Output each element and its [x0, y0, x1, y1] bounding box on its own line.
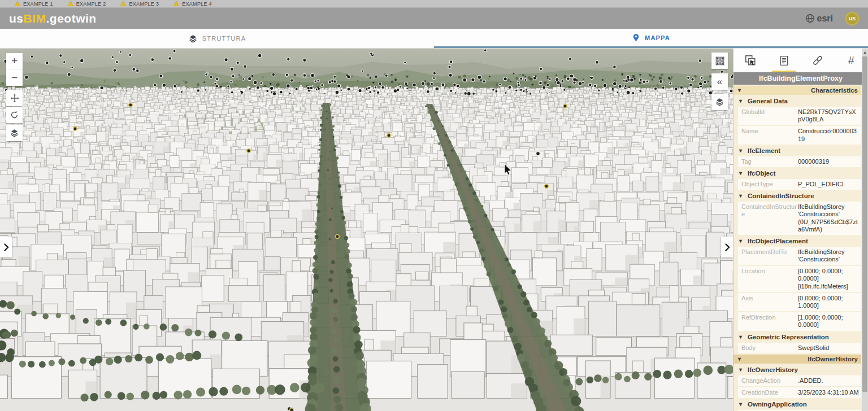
app-window: EXAMPLE 1EXAMPLE 2EXAMPLE 3EXAMPLE 4 usB…: [0, 0, 868, 411]
property-row: ContainedInStructureIfcBuildingStorey 'C…: [738, 202, 861, 235]
tab-mappa-label: MAPPA: [645, 34, 670, 41]
select-icon: [744, 54, 757, 67]
link-tool-button[interactable]: [801, 49, 835, 72]
browser-tab-label: EXAMPLE 3: [129, 1, 159, 7]
pan-icon: [10, 93, 20, 103]
property-row: ObjectTypeP_POL_EDIFICI: [738, 179, 861, 190]
section-band[interactable]: ▾IfcOwnerHistory: [734, 355, 861, 364]
map-3d-scene[interactable]: [0, 49, 733, 411]
browser-tab[interactable]: EXAMPLE 4: [173, 1, 212, 7]
layers-button-left[interactable]: [6, 125, 23, 141]
properties-tool-button[interactable]: [767, 49, 801, 72]
subsection-header[interactable]: ▾IfcObjectPlacement: [734, 236, 861, 246]
property-row: Location[0.0000; 0.0000; 0.0000] [i18n.i…: [738, 266, 861, 292]
tab-struttura[interactable]: STRUTTURA: [0, 29, 434, 48]
chevron-down-icon: ▾: [738, 88, 741, 93]
subsection-header[interactable]: ▾OwningApplication: [734, 399, 861, 409]
zoom-in-button[interactable]: +: [6, 53, 23, 69]
browser-tab[interactable]: EXAMPLE 2: [68, 1, 106, 7]
browser-tab[interactable]: EXAMPLE 1: [15, 1, 53, 7]
subsection-label: IfcObject: [748, 170, 775, 177]
panel-scrollbar[interactable]: ▲: [862, 49, 868, 411]
logo-bim: BIM: [24, 12, 46, 25]
property-value: 000000319: [798, 158, 859, 165]
subsection-label: OwningApplication: [748, 401, 807, 408]
acca-triangle-icon: [15, 1, 20, 6]
browser-tab-label: EXAMPLE 4: [182, 1, 212, 7]
chevron-right-icon: [3, 243, 9, 252]
layers-button-right[interactable]: [711, 94, 728, 110]
property-value: .ADDED.: [798, 377, 859, 384]
section-band-label: IfcOwnerHistory: [808, 356, 858, 362]
property-value: Construcció:000000319: [798, 128, 859, 142]
rotate-button[interactable]: [6, 107, 23, 123]
acca-triangle-icon: [120, 1, 126, 6]
property-row: GlobalIdNE2RkT75QV2TYsXpV0g8LA: [738, 107, 861, 125]
logo-us: us: [9, 12, 24, 25]
subsection-header[interactable]: ▾IfcObject: [734, 168, 861, 178]
expand-right-panel-button[interactable]: [721, 237, 733, 257]
browser-tab-strip: EXAMPLE 1EXAMPLE 2EXAMPLE 3EXAMPLE 4: [0, 0, 868, 8]
logo-suffix: .geotwin: [46, 12, 97, 25]
browser-tab-label: EXAMPLE 1: [23, 1, 53, 7]
acca-triangle-icon: [173, 1, 179, 6]
chevron-right-icon: [724, 243, 730, 252]
tab-struttura-label: STRUTTURA: [202, 35, 246, 42]
subsection-header[interactable]: ▾Geometric Representation: [734, 332, 861, 342]
browser-tab-label: EXAMPLE 2: [76, 1, 106, 7]
structure-layers-icon: [188, 34, 198, 43]
scrollbar-thumb[interactable]: [862, 56, 867, 392]
map-pin-icon: [632, 33, 640, 42]
browser-tab[interactable]: EXAMPLE 3: [120, 1, 159, 7]
property-label: Name: [741, 128, 798, 142]
expand-left-panel-button[interactable]: [0, 237, 12, 257]
user-avatar[interactable]: US: [845, 12, 859, 25]
collapse-panel-button[interactable]: «: [711, 73, 728, 90]
section-band[interactable]: ▾Characteristics: [734, 86, 861, 95]
property-value: [0.0000; 0.0000; 0.0000] [i18n.ifc.ifcMe…: [798, 268, 859, 290]
chevron-down-icon: ▾: [739, 401, 742, 407]
property-row: Tag000000319: [738, 156, 861, 167]
property-value: IfcBuildingStorey 'Construccions': [798, 248, 859, 263]
subsection-label: IfcObjectPlacement: [748, 238, 808, 244]
pan-button[interactable]: [6, 90, 23, 106]
panel-content: ▾Characteristics▾General DataGlobalIdNE2…: [734, 85, 868, 411]
subsection-label: General Data: [748, 98, 788, 104]
subsection-label: ContainedInStructure: [748, 193, 814, 199]
select-tool-button[interactable]: [734, 49, 767, 72]
scroll-up-arrow[interactable]: ▲: [862, 49, 868, 56]
chevron-down-icon: ▾: [739, 98, 742, 104]
property-row: NameConstrucció:000000319: [738, 126, 861, 144]
chevron-down-icon: ▾: [739, 238, 742, 244]
globe-icon: [805, 14, 815, 23]
property-row: PlacementRelToIfcBuildingStorey 'Constru…: [738, 247, 861, 265]
map-viewport: + − «: [0, 49, 733, 411]
subsection-header[interactable]: ▾IfcOwnerHistory: [734, 365, 861, 374]
link-icon: [811, 54, 824, 67]
chevron-down-icon: ▾: [739, 148, 742, 154]
property-label: PlacementRelTo: [741, 248, 798, 263]
property-value: [1.0000; 0.0000; 0.0000]: [798, 314, 859, 329]
zoom-control-group: + −: [6, 53, 23, 86]
property-value: SweptSolid: [798, 344, 859, 352]
property-value: 3/25/2023 4:31:10 AM: [798, 389, 859, 396]
acca-triangle-icon: [68, 1, 73, 6]
entity-title: IfcBuildingElementProxy: [734, 72, 868, 85]
basemap-gallery-button[interactable]: [711, 53, 728, 69]
property-label: RefDirection: [741, 314, 798, 329]
tab-mappa[interactable]: MAPPA: [434, 29, 868, 48]
subsection-header[interactable]: ▾General Data: [734, 96, 861, 106]
hash-icon: #: [848, 54, 854, 67]
layers-icon: [715, 97, 724, 107]
property-row: Axis[0.0000; 0.0000; 1.0000]: [738, 293, 861, 311]
subsection-label: Geometric Representation: [748, 334, 829, 340]
subsection-label: IfcElement: [748, 147, 780, 154]
chevron-down-icon: ▾: [739, 334, 742, 340]
zoom-out-button[interactable]: −: [6, 69, 23, 86]
property-value: P_POL_EDIFICI: [798, 181, 859, 188]
subsection-header[interactable]: ▾IfcElement: [734, 146, 861, 155]
subsection-label: IfcOwnerHistory: [748, 366, 798, 373]
property-label: ContainedInStructure: [741, 203, 798, 233]
subsection-header[interactable]: ▾ContainedInStructure: [734, 191, 861, 200]
property-label: ChangeAction: [741, 377, 798, 384]
